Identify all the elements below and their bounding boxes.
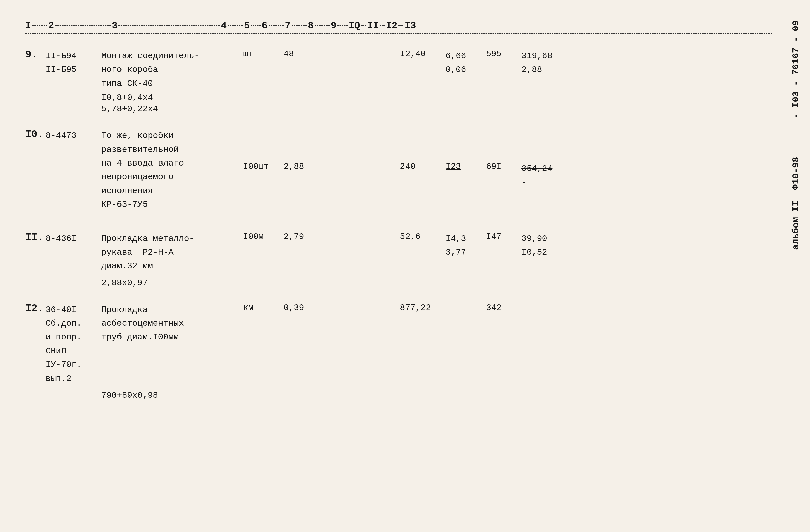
entry-11-desc: Прокладка металло-рукава Р2-Н-Адиам.32 м… (101, 232, 243, 273)
entry-12-col9: 877,22 (400, 303, 446, 312)
entry-11-col9: 52,6 (400, 232, 446, 241)
col-header-11: II (367, 20, 379, 31)
header-separator (25, 33, 772, 34)
vertical-divider (764, 20, 764, 501)
col-header-5: 5 (244, 20, 249, 31)
entry-10-col11: 69I (486, 129, 521, 171)
entry-11-row: II. 8-436I Прокладка металло-рукава Р2-Н… (25, 232, 772, 273)
vertical-text-container: альбом II Ф10-98 - I03 - 76167 - 09 (790, 20, 803, 501)
entry-9-code: II-Б94II-Б95 (46, 49, 101, 77)
entry-9-sub1-text: I0,8+0,4х4 (101, 93, 153, 102)
entry-9-sub2: 5,78+0,22х4 (25, 104, 772, 114)
col-header-10: IQ (349, 20, 360, 31)
entry-11-col12: 39,90I0,52 (521, 232, 567, 259)
entry-9-sub2-text: 5,78+0,22х4 (101, 104, 158, 114)
col-header-9: 9 (331, 20, 337, 31)
entry-9-num: 9. (25, 49, 46, 61)
entry-11-code: 8-436I (46, 232, 101, 245)
entry-10-desc: То же, коробкиразветвительнойна 4 ввода … (101, 129, 243, 211)
entry-12: I2. 36-40IСб.доп.и попр.СНиПIУ-70г.вып.2… (25, 303, 780, 400)
col-header-4: 4 (221, 20, 227, 31)
entry-11-col5: 2,79 (284, 232, 319, 241)
entry-10-col9: 240 (400, 129, 446, 171)
col-header-6: 6 (262, 20, 268, 31)
entry-10-num: I0. (25, 129, 46, 140)
col-header-3: 3 (112, 20, 118, 31)
col-header-1: I (25, 20, 31, 31)
entry-9-unit: шт (243, 49, 284, 59)
entry-9-col9: I2,40 (400, 49, 446, 59)
vertical-text: альбом II Ф10-98 - I03 - 76167 - 09 (790, 20, 803, 250)
col-header-7: 7 (285, 20, 291, 31)
entry-12-code: 36-40IСб.доп.и попр.СНиПIУ-70г.вып.2 (46, 303, 101, 385)
entry-11-col10: I4,33,77 (446, 232, 486, 259)
col-header-2: 2 (48, 20, 54, 31)
entry-12-num: I2. (25, 303, 46, 315)
entry-9: 9. II-Б94II-Б95 Монтаж соединитель-ного … (25, 49, 780, 114)
col-header-12: I2 (386, 20, 398, 31)
entry-12-row: I2. 36-40IСб.доп.и попр.СНиПIУ-70г.вып.2… (25, 303, 772, 385)
entry-9-col10: 6,660,06 (446, 49, 486, 77)
entry-12-unit: км (243, 303, 284, 312)
col-header-8: 8 (308, 20, 314, 31)
entry-10-col12: 354,24 - (521, 129, 567, 189)
entry-11-num: II. (25, 232, 46, 243)
entry-12-sub1: 790+89х0,98 (25, 390, 772, 400)
entry-10: I0. 8-4473 То же, коробкиразветвительной… (25, 129, 780, 211)
entry-10-col5: 2,88 (284, 129, 319, 171)
page: I 2 3 4 5 6 7 8 9 IQ II I2 I3 9. II-Б94I… (0, 0, 810, 532)
entry-9-sub1: I0,8+0,4х4 (25, 93, 772, 102)
entry-9-col12: 319,682,88 (521, 49, 567, 77)
entry-10-unit: I00шт (243, 129, 284, 171)
entry-10-col10: I23 - (446, 129, 486, 181)
column-header-row: I 2 3 4 5 6 7 8 9 IQ II I2 I3 (25, 20, 772, 31)
entry-9-row: 9. II-Б94II-Б95 Монтаж соединитель-ного … (25, 49, 772, 90)
entry-9-desc: Монтаж соединитель-ного коробатипа СК-40 (101, 49, 243, 90)
entry-12-desc: Прокладкаасбестоцементныхтруб диам.I00мм (101, 303, 243, 344)
entry-11-sub1-text: 2,88х0,97 (101, 278, 148, 288)
entry-10-code: 8-4473 (46, 129, 101, 143)
entry-11-col11: I47 (486, 232, 521, 241)
entry-9-col5: 48 (284, 49, 319, 59)
entry-9-col11: 595 (486, 49, 521, 59)
col-header-13: I3 (405, 20, 416, 31)
entry-11-unit: I00м (243, 232, 284, 241)
entry-12-col11: 342 (486, 303, 521, 312)
entry-12-col5: 0,39 (284, 303, 319, 312)
entry-11: II. 8-436I Прокладка металло-рукава Р2-Н… (25, 232, 780, 288)
entry-10-row: I0. 8-4473 То же, коробкиразветвительной… (25, 129, 772, 211)
entry-11-sub1: 2,88х0,97 (25, 278, 772, 288)
entry-12-sub1-text: 790+89х0,98 (101, 390, 158, 400)
